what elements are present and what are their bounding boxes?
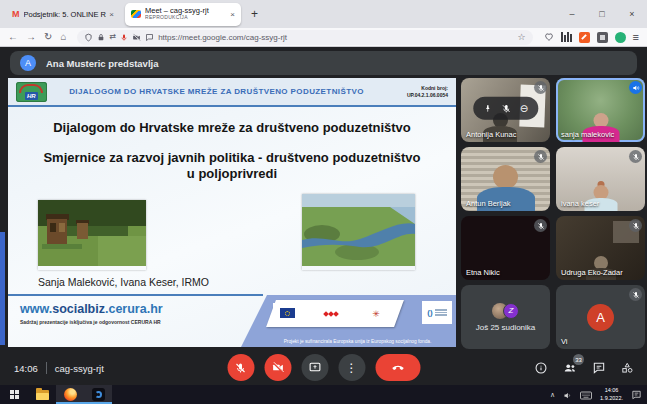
mic-permission-icon[interactable] (120, 33, 128, 42)
clock-date: 1.9.2022. (600, 395, 623, 401)
close-button[interactable]: × (617, 0, 647, 28)
logo-lines (435, 309, 447, 316)
end-call-button[interactable] (375, 354, 420, 381)
slide-edge-strip (0, 232, 5, 345)
participant-name: Etna Nikic (466, 268, 500, 277)
forward-button[interactable]: → (26, 32, 36, 42)
green-extension-icon[interactable] (615, 32, 626, 43)
mic-off-icon (629, 150, 642, 163)
obs-button[interactable] (84, 385, 112, 404)
lock-icon[interactable] (97, 33, 105, 42)
cerura-logo: HR (16, 82, 47, 102)
camera-permission-icon[interactable] (132, 33, 141, 42)
overflow-avatars: Z (492, 303, 519, 319)
notification-center-icon[interactable] (631, 389, 642, 400)
participant-tile[interactable]: Antun Berljak (461, 147, 550, 211)
start-button[interactable] (0, 385, 28, 404)
website-url: www.socialbiz.cerura.hr (20, 302, 163, 316)
meet-icon (131, 10, 141, 18)
info-button[interactable] (534, 361, 548, 375)
shared-presentation[interactable]: HR DIJALOGOM DO HRVATSKE MREŽE ZA DRUŠTV… (8, 78, 456, 347)
chat-button[interactable] (592, 361, 606, 375)
browser-navbar: ← → ↻ ⌂ ⇄ https://meet.google.com/cag-ss… (0, 28, 647, 47)
participant-tile[interactable]: Etna Nikic (461, 216, 550, 280)
mic-off-icon (534, 219, 547, 232)
participant-tile[interactable]: sanja malekovic (556, 78, 645, 142)
shield-icon[interactable] (84, 33, 93, 42)
slide-subtitle: Smjernice za razvoj javnih politika - dr… (8, 150, 456, 183)
firefox-button[interactable] (56, 385, 84, 404)
taskbar-clock[interactable]: 14:06 1.9.2022. (600, 387, 623, 402)
code-value: UP.04.2.1.06.0054 (407, 92, 448, 98)
participant-name: ivana keser (561, 199, 599, 208)
mic-off-icon (629, 219, 642, 232)
slide-header: HR DIJALOGOM DO HRVATSKE MREŽE ZA DRUŠTV… (8, 78, 456, 107)
presenter-avatar: A (20, 55, 36, 71)
meeting-info: 14:06 cag-ssyg-rjt (14, 351, 104, 385)
url-text[interactable]: https://meet.google.com/cag-ssyg-rjt (158, 33, 513, 42)
system-tray: ∧ 14:06 1.9.2022. (550, 386, 647, 404)
tab-close-icon[interactable]: × (230, 10, 235, 19)
overflow-count-label: Još 25 sudionika (476, 323, 536, 332)
participant-tile[interactable]: Udruga Eko-Zadar (556, 216, 645, 280)
code-label: Kodni broj: (421, 85, 448, 91)
new-tab-button[interactable]: + (251, 7, 258, 21)
bracket-icon: () (427, 308, 432, 317)
participant-count-badge: 33 (573, 354, 584, 365)
photo-beehives (38, 200, 146, 270)
tab-meet[interactable]: Meet – cag-ssyg-rjt REPRODUKCIJA × (125, 3, 241, 26)
participant-name: sanja malekovic (561, 130, 614, 139)
mic-off-icon (534, 150, 547, 163)
tab-playing-badge: REPRODUKCIJA (145, 15, 227, 21)
slide-code: Kodni broj: UP.04.2.1.06.0054 (386, 85, 448, 99)
folder-icon (36, 390, 49, 400)
menu-icon[interactable]: ≡ (633, 31, 639, 43)
mute-button[interactable] (501, 99, 511, 117)
participant-tile[interactable]: ⊖ Antonija Kunac (461, 78, 550, 142)
orange-extension-icon[interactable] (579, 32, 590, 43)
clock-time: 14:06 (605, 387, 619, 393)
keyboard-icon[interactable] (580, 386, 592, 404)
mic-toggle-button[interactable] (227, 354, 254, 381)
remove-button[interactable]: ⊖ (520, 103, 528, 113)
participant-name: Vi (561, 337, 568, 346)
windows-taskbar: ∧ 14:06 1.9.2022. (0, 385, 647, 404)
pocket-icon[interactable] (544, 32, 554, 42)
overflow-participants-tile[interactable]: Z Još 25 sudionika (461, 285, 550, 349)
slide-disclaimer: Sadržaj prezentacije isključiva je odgov… (20, 319, 161, 325)
divider-line (8, 294, 263, 296)
logo-hr-label: HR (25, 92, 38, 100)
hidden-icons-chevron[interactable]: ∧ (550, 391, 555, 399)
tracking-protection-icon[interactable]: ⇄ (109, 33, 116, 41)
pin-button[interactable] (483, 99, 492, 117)
website-www: www. (20, 302, 52, 316)
slide-authors: Sanja Maleković, Ivana Keser, IRMO (38, 276, 209, 288)
website-rest: .cerura.hr (105, 302, 163, 316)
participant-tile[interactable]: ivana keser (556, 147, 645, 211)
camera-toggle-button[interactable] (264, 354, 291, 381)
more-options-button[interactable]: ⋮ (338, 354, 365, 381)
tab-gmail[interactable]: M Podsjetnik: 5. ONLINE RADIONI × (6, 3, 120, 26)
bookmark-star-icon[interactable]: ☆ (518, 32, 526, 42)
file-explorer-button[interactable] (28, 385, 56, 404)
participant-name: Antun Berljak (466, 199, 511, 208)
message-icon[interactable] (145, 33, 154, 42)
people-button[interactable]: 33 (562, 361, 578, 375)
presenting-text: Ana Musteric predstavlja (46, 58, 158, 69)
tab-close-icon[interactable]: × (109, 10, 114, 19)
back-button[interactable]: ← (8, 32, 18, 42)
present-button[interactable] (301, 354, 328, 381)
photo-river-aerial (302, 194, 415, 270)
minimize-button[interactable]: – (557, 0, 587, 28)
activities-button[interactable] (620, 361, 635, 375)
self-tile[interactable]: A Vi (556, 285, 645, 349)
address-bar[interactable]: ⇄ https://meet.google.com/cag-ssyg-rjt ☆ (77, 30, 532, 45)
dark-extension-icon[interactable] (597, 32, 608, 43)
gmail-icon: M (12, 9, 20, 19)
home-button[interactable]: ⌂ (60, 32, 66, 42)
volume-icon[interactable] (563, 386, 572, 404)
barcode-extension-icon[interactable] (561, 32, 572, 42)
maximize-button[interactable]: □ (587, 0, 617, 28)
window-controls: – □ × (557, 0, 647, 28)
reload-button[interactable]: ↻ (44, 32, 52, 42)
